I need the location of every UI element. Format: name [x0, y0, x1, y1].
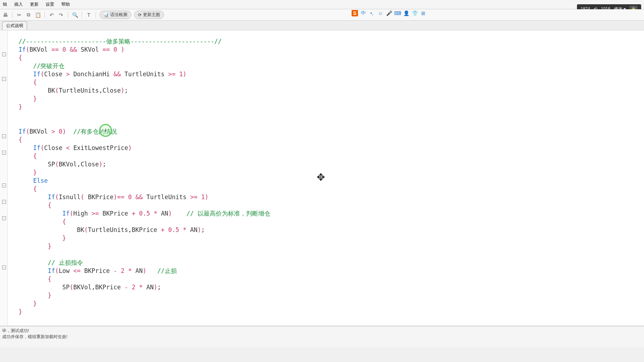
- menu-help[interactable]: 帮助: [60, 1, 71, 8]
- search-icon[interactable]: 🔍: [72, 12, 78, 18]
- code-area[interactable]: //----------------------做多策略------------…: [8, 30, 644, 326]
- ime-keyboard-icon[interactable]: ⌨: [394, 10, 401, 16]
- fold-toggle[interactable]: −: [2, 134, 6, 138]
- tab-bar: 公式说明: [0, 21, 644, 30]
- fold-gutter: − − − − − − − −: [0, 30, 8, 326]
- fold-toggle[interactable]: −: [2, 200, 6, 204]
- fold-toggle[interactable]: −: [2, 183, 6, 187]
- menu-update[interactable]: 更新: [29, 1, 40, 8]
- menu-settings[interactable]: 设置: [44, 1, 56, 8]
- fold-toggle[interactable]: −: [2, 216, 6, 220]
- code-editor[interactable]: − − − − − − − − //----------------------…: [0, 30, 644, 326]
- ime-toolbar: S 中 •, ☺ 🎤 ⌨ 👤 👕 ⊞: [352, 10, 426, 16]
- text-icon[interactable]: T: [86, 12, 92, 18]
- output-line: 成功并保存，模组重新加载时生效!: [2, 334, 642, 340]
- update-chart-button[interactable]: ⟳ 更新主图: [134, 11, 164, 19]
- ime-mic-icon[interactable]: 🎤: [386, 10, 392, 16]
- ime-skin-icon[interactable]: 👕: [412, 10, 418, 16]
- output-panel: 毕，测试成功! 成功并保存，模组重新加载时生效!: [0, 326, 644, 347]
- output-line: 毕，测试成功!: [2, 328, 642, 334]
- ime-grid-icon[interactable]: ⊞: [420, 10, 426, 16]
- menu-bar: 辑 插入 更新 设置 帮助: [0, 0, 644, 9]
- menu-insert[interactable]: 插入: [13, 1, 24, 8]
- fold-toggle[interactable]: −: [2, 151, 6, 155]
- sogou-logo-icon[interactable]: S: [352, 10, 358, 16]
- paste-icon[interactable]: 📋: [35, 12, 41, 18]
- tab-formula-desc[interactable]: 公式说明: [2, 21, 27, 30]
- toolbar: 🖶 ✂ ⧉ 📋 ↶ ↷ 🔍 T 📊 语法检测 ⟳ 更新主图 S 中 •, ☺ 🎤…: [0, 9, 644, 21]
- menu-edit[interactable]: 辑: [1, 1, 9, 8]
- cut-icon[interactable]: ✂: [16, 12, 22, 18]
- undo-icon[interactable]: ↶: [48, 12, 55, 18]
- refresh-icon: ⟳: [138, 12, 142, 17]
- fold-toggle[interactable]: −: [2, 52, 6, 56]
- ime-cn-icon[interactable]: 中: [360, 10, 367, 16]
- ime-emoji-icon[interactable]: ☺: [377, 10, 384, 16]
- chart-icon: 📊: [103, 12, 109, 17]
- fold-toggle[interactable]: −: [2, 77, 6, 81]
- fold-toggle[interactable]: −: [2, 265, 6, 269]
- ime-punct-icon[interactable]: •,: [369, 10, 375, 16]
- ime-user-icon[interactable]: 👤: [403, 10, 409, 16]
- syntax-check-button[interactable]: 📊 语法检测: [99, 11, 131, 19]
- copy-icon[interactable]: ⧉: [25, 12, 32, 18]
- print-icon[interactable]: 🖶: [2, 12, 9, 18]
- redo-icon[interactable]: ↷: [58, 12, 64, 18]
